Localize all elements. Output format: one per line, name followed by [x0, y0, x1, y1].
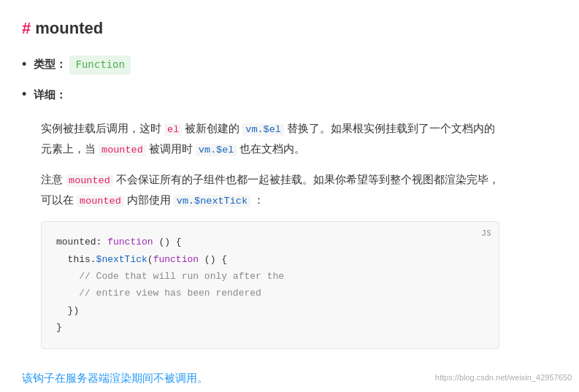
- code-lang: JS: [482, 226, 491, 241]
- paragraph-1: 实例被挂载后调用，这时 el 被新创建的 vm.$el 替换了。如果根实例挂载到…: [41, 119, 499, 160]
- title-text: mounted: [35, 15, 103, 42]
- code-line-4: // entire view has been rendered: [56, 285, 484, 301]
- type-row: • 类型： Function: [22, 55, 557, 74]
- code-vm-el-2: vm.$el: [196, 144, 237, 156]
- type-label: 类型：: [34, 58, 66, 70]
- code-line-1: mounted: function () {: [56, 234, 484, 250]
- type-badge: Function: [69, 55, 130, 74]
- code-line-6: }: [56, 319, 484, 336]
- code-mounted-2: mounted: [66, 174, 113, 187]
- code-mounted-3: mounted: [77, 195, 124, 207]
- code-line-2: this.$nextTick(function () {: [56, 251, 484, 268]
- hash-symbol: #: [22, 15, 31, 42]
- code-mounted-1: mounted: [99, 144, 146, 156]
- detail-content: 实例被挂载后调用，这时 el 被新创建的 vm.$el 替换了。如果根实例挂载到…: [41, 119, 499, 358]
- page-title: # mounted: [22, 15, 557, 42]
- paragraph-2: 注意 mounted 不会保证所有的子组件也都一起被挂载。如果你希望等到整个视图…: [41, 170, 499, 211]
- detail-label: 详细：: [34, 85, 66, 104]
- code-line-5: }): [56, 302, 484, 319]
- code-line-3: // Code that will run only after the: [56, 268, 484, 285]
- type-content: 类型： Function: [34, 55, 131, 74]
- code-el: el: [164, 123, 182, 136]
- bullet-type: •: [22, 55, 26, 74]
- code-next-tick: vm.$nextTick: [174, 195, 250, 207]
- code-vm-el: vm.$el: [242, 123, 284, 136]
- section-list: • 类型： Function • 详细： 实例被挂载后调用，这时 el 被新创建…: [22, 55, 557, 358]
- bullet-detail: •: [22, 85, 26, 104]
- detail-row: • 详细： 实例被挂载后调用，这时 el 被新创建的 vm.$el 替换了。如果…: [22, 85, 557, 358]
- code-block: JS mounted: function () { this.$nextTick…: [41, 221, 499, 348]
- watermark: https://blog.csdn.net/weixin_42957650: [435, 371, 572, 385]
